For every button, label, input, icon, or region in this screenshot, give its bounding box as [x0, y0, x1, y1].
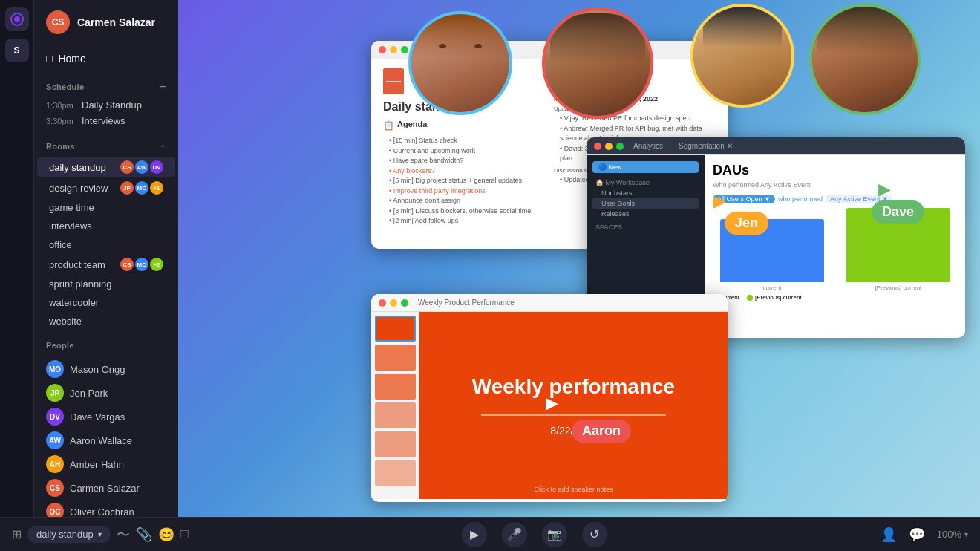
people-item-oliver[interactable]: OC Oliver Cochran	[34, 500, 178, 517]
agenda-title: Agenda	[397, 120, 427, 128]
person-avatar: AW	[46, 431, 64, 449]
room-item-watercooler[interactable]: watercooler	[37, 294, 175, 311]
play-button[interactable]: ▶	[462, 522, 487, 547]
user-s-icon[interactable]: S	[5, 39, 29, 62]
people-item-dave[interactable]: DV Dave Vargas	[34, 405, 178, 428]
room-item-daily-standup[interactable]: daily standup CS AW DV	[37, 157, 175, 177]
chat-icon[interactable]: 💬	[909, 526, 925, 543]
schedule-section: Schedule + 1:30pm Daily Standup 3:30pm I…	[34, 72, 178, 131]
aaron-cursor: ▶	[546, 394, 558, 413]
chrome-close	[594, 143, 601, 150]
room-item-sprint-planning[interactable]: sprint planning	[37, 276, 175, 293]
username: Carmen Salazar	[77, 16, 155, 28]
people-item-aaron[interactable]: AW Aaron Wallace	[34, 428, 178, 452]
room-avatars: JP MO +1	[120, 181, 163, 195]
camera-button[interactable]: 📷	[542, 522, 567, 547]
standup-name: Daily Standup	[82, 100, 142, 111]
person-name: Mason Ongg	[70, 364, 125, 375]
person-avatar: MO	[46, 360, 64, 378]
mic-button[interactable]: 🎤	[502, 522, 527, 547]
room-badge-name: daily standup	[36, 529, 94, 540]
agenda-item: [15 min] Status check	[383, 136, 545, 146]
person-name: Oliver Cochran	[70, 506, 134, 518]
room-avatar: DV	[150, 160, 163, 174]
room-avatar: CS	[120, 258, 134, 271]
dave-label: Dave	[872, 200, 924, 224]
room-avatars: CS MO +2	[120, 258, 163, 271]
room-avatar: CS	[120, 160, 134, 174]
app-icon[interactable]	[5, 7, 29, 31]
room-name: product team	[49, 259, 105, 270]
person-name: Dave Vargas	[70, 411, 125, 423]
grid-icon[interactable]: ⊞	[12, 527, 22, 541]
bottom-bar: ⊞ daily standup ▾ 〜 📎 😊 □ ▶ 🎤 📷 ↺ 👤 💬 10…	[0, 517, 980, 551]
people-section: People	[34, 330, 178, 357]
icon-strip: S	[0, 0, 34, 517]
agenda-item: Announce don't assign	[383, 196, 545, 206]
user-avatar: CS	[46, 10, 70, 34]
chrome-close	[379, 299, 386, 307]
note-icon[interactable]: □	[180, 526, 189, 542]
room-name: design review	[49, 183, 108, 194]
schedule-item-interviews[interactable]: 3:30pm Interviews	[46, 113, 166, 128]
share-button[interactable]: ↺	[582, 522, 607, 547]
pres-window-title: Weekly Product Performance	[418, 299, 514, 307]
pres-main-title: Weekly performance	[472, 374, 675, 400]
room-name: sprint planning	[49, 278, 112, 290]
wave-icon[interactable]: 〜	[117, 526, 130, 544]
room-badge[interactable]: daily standup ▾	[27, 526, 111, 543]
zoom-control[interactable]: 100% ▾	[937, 529, 968, 540]
chrome-minimize	[390, 46, 397, 53]
agenda-item: [5 min] Big project status + general upd…	[383, 176, 545, 186]
room-name: game time	[49, 202, 94, 213]
home-nav-item[interactable]: □ Home	[34, 45, 178, 72]
person-name: Amber Hahn	[70, 459, 124, 470]
room-avatar: MO	[135, 258, 148, 271]
room-item-website[interactable]: website	[37, 313, 175, 330]
people-item-mason[interactable]: MO Mason Ongg	[34, 357, 178, 381]
agenda-item: [3 min] Discuss blockers, otherwise soci…	[383, 206, 545, 217]
room-item-design-review[interactable]: design review JP MO +1	[37, 178, 175, 198]
people-item-carmen[interactable]: CS Carmen Salazar	[34, 476, 178, 500]
rooms-add-button[interactable]: +	[160, 140, 166, 152]
jen-cursor: ▶	[713, 192, 726, 211]
person-name: Jen Park	[70, 388, 108, 399]
room-avatar: +2	[150, 258, 163, 271]
interviews-name: Interviews	[82, 115, 125, 126]
rooms-section: Rooms +	[34, 131, 178, 157]
room-item-interviews[interactable]: interviews	[37, 218, 175, 235]
room-avatar: AW	[135, 160, 148, 174]
chrome-maximize	[401, 299, 408, 307]
person-avatar: OC	[46, 503, 64, 517]
room-item-office[interactable]: office	[37, 236, 175, 253]
room-item-game-time[interactable]: game time	[37, 199, 175, 216]
participant-2	[542, 7, 653, 119]
agenda-item: Current and upcoming work	[383, 146, 545, 157]
people-item-amber[interactable]: AH Amber Hahn	[34, 452, 178, 476]
home-icon: □	[46, 53, 52, 65]
user-header: CS Carmen Salazar	[34, 0, 178, 45]
person-icon[interactable]: 👤	[881, 526, 897, 543]
schedule-add-button[interactable]: +	[160, 81, 166, 93]
room-avatar: +1	[150, 181, 163, 195]
participant-jen	[690, 4, 794, 108]
bottom-center: ▶ 🎤 📷 ↺	[197, 522, 872, 547]
pres-footer: Click to add speaker notes	[534, 486, 612, 493]
room-avatar: JP	[120, 181, 134, 195]
bottom-right: 👤 💬 100% ▾	[881, 526, 968, 543]
home-label: Home	[58, 53, 85, 65]
paperclip-icon[interactable]: 📎	[136, 526, 152, 543]
analytics-title: Analytics	[633, 142, 663, 150]
room-name: daily standup	[49, 162, 106, 173]
person-avatar: JP	[46, 384, 64, 402]
room-avatar: MO	[135, 181, 148, 195]
emoji-icon[interactable]: 😊	[158, 526, 174, 543]
people-item-jen[interactable]: JP Jen Park	[34, 381, 178, 405]
chrome-maximize	[616, 143, 624, 150]
chrome-minimize	[390, 299, 397, 307]
schedule-item-standup[interactable]: 1:30pm Daily Standup	[46, 97, 166, 113]
room-item-product-team[interactable]: product team CS MO +2	[37, 255, 175, 274]
room-name: office	[49, 239, 72, 250]
agenda-item: Have spare bandwidth?	[383, 156, 545, 166]
agenda-item: Any blockers?	[383, 166, 545, 177]
